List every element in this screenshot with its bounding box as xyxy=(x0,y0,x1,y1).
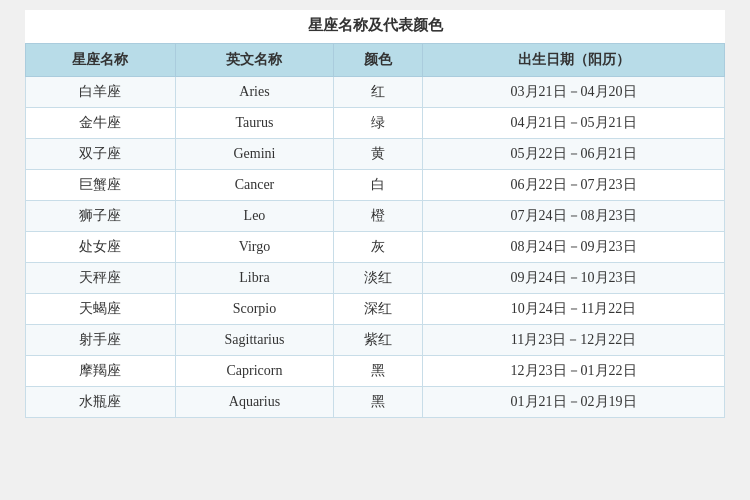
cell-english: Aquarius xyxy=(175,387,333,418)
cell-dates: 04月21日－05月21日 xyxy=(423,108,725,139)
cell-dates: 07月24日－08月23日 xyxy=(423,201,725,232)
cell-chinese: 天蝎座 xyxy=(26,294,176,325)
cell-dates: 05月22日－06月21日 xyxy=(423,139,725,170)
header-english: 英文名称 xyxy=(175,44,333,77)
cell-color: 黑 xyxy=(334,387,423,418)
cell-english: Capricorn xyxy=(175,356,333,387)
table-row: 水瓶座Aquarius黑01月21日－02月19日 xyxy=(26,387,725,418)
cell-chinese: 天秤座 xyxy=(26,263,176,294)
cell-dates: 09月24日－10月23日 xyxy=(423,263,725,294)
table-row: 巨蟹座Cancer白06月22日－07月23日 xyxy=(26,170,725,201)
table-row: 白羊座Aries红03月21日－04月20日 xyxy=(26,77,725,108)
zodiac-table: 星座名称 英文名称 颜色 出生日期（阳历） 白羊座Aries红03月21日－04… xyxy=(25,43,725,418)
cell-dates: 06月22日－07月23日 xyxy=(423,170,725,201)
header-color: 颜色 xyxy=(334,44,423,77)
cell-color: 紫红 xyxy=(334,325,423,356)
cell-chinese: 处女座 xyxy=(26,232,176,263)
cell-chinese: 巨蟹座 xyxy=(26,170,176,201)
cell-english: Gemini xyxy=(175,139,333,170)
cell-color: 橙 xyxy=(334,201,423,232)
cell-english: Cancer xyxy=(175,170,333,201)
cell-chinese: 射手座 xyxy=(26,325,176,356)
cell-english: Scorpio xyxy=(175,294,333,325)
table-row: 金牛座Taurus绿04月21日－05月21日 xyxy=(26,108,725,139)
cell-english: Leo xyxy=(175,201,333,232)
table-row: 处女座Virgo灰08月24日－09月23日 xyxy=(26,232,725,263)
cell-english: Sagittarius xyxy=(175,325,333,356)
cell-dates: 08月24日－09月23日 xyxy=(423,232,725,263)
table-header-row: 星座名称 英文名称 颜色 出生日期（阳历） xyxy=(26,44,725,77)
header-chinese: 星座名称 xyxy=(26,44,176,77)
cell-dates: 12月23日－01月22日 xyxy=(423,356,725,387)
cell-english: Taurus xyxy=(175,108,333,139)
cell-english: Aries xyxy=(175,77,333,108)
table-row: 天秤座Libra淡红09月24日－10月23日 xyxy=(26,263,725,294)
cell-color: 黑 xyxy=(334,356,423,387)
table-row: 天蝎座Scorpio深红10月24日－11月22日 xyxy=(26,294,725,325)
table-row: 狮子座Leo橙07月24日－08月23日 xyxy=(26,201,725,232)
cell-color: 白 xyxy=(334,170,423,201)
cell-chinese: 白羊座 xyxy=(26,77,176,108)
cell-dates: 10月24日－11月22日 xyxy=(423,294,725,325)
cell-color: 绿 xyxy=(334,108,423,139)
cell-dates: 11月23日－12月22日 xyxy=(423,325,725,356)
cell-color: 淡红 xyxy=(334,263,423,294)
header-dates: 出生日期（阳历） xyxy=(423,44,725,77)
cell-chinese: 双子座 xyxy=(26,139,176,170)
cell-chinese: 水瓶座 xyxy=(26,387,176,418)
cell-dates: 01月21日－02月19日 xyxy=(423,387,725,418)
cell-chinese: 摩羯座 xyxy=(26,356,176,387)
table-row: 双子座Gemini黄05月22日－06月21日 xyxy=(26,139,725,170)
table-row: 射手座Sagittarius紫红11月23日－12月22日 xyxy=(26,325,725,356)
table-row: 摩羯座Capricorn黑12月23日－01月22日 xyxy=(26,356,725,387)
cell-color: 红 xyxy=(334,77,423,108)
cell-dates: 03月21日－04月20日 xyxy=(423,77,725,108)
page-title: 星座名称及代表颜色 xyxy=(25,10,725,43)
cell-color: 灰 xyxy=(334,232,423,263)
cell-color: 深红 xyxy=(334,294,423,325)
main-container: 星座名称及代表颜色 星座名称 英文名称 颜色 出生日期（阳历） 白羊座Aries… xyxy=(25,10,725,418)
cell-chinese: 金牛座 xyxy=(26,108,176,139)
cell-chinese: 狮子座 xyxy=(26,201,176,232)
cell-english: Libra xyxy=(175,263,333,294)
cell-color: 黄 xyxy=(334,139,423,170)
cell-english: Virgo xyxy=(175,232,333,263)
